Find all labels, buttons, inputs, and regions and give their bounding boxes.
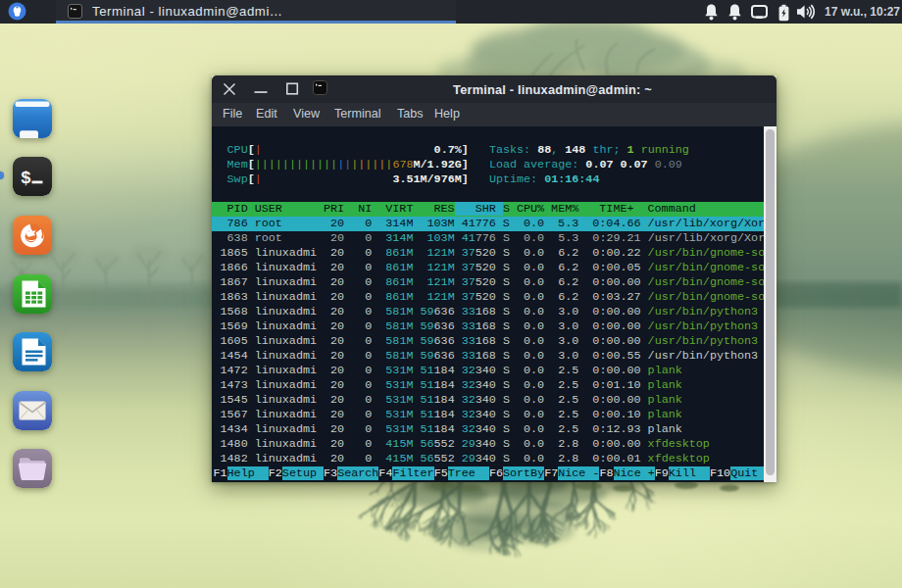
svg-text:$: $ [21,169,31,188]
